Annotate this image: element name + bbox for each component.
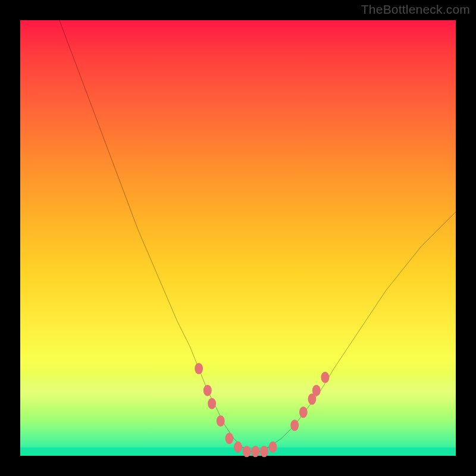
plot-area [20, 20, 456, 456]
marker-point [312, 385, 321, 396]
marker-point [234, 441, 242, 453]
marker-point [208, 398, 216, 409]
marker-point [251, 446, 259, 457]
bottleneck-curve [60, 20, 456, 452]
marker-point [269, 441, 277, 453]
marker-group [195, 363, 329, 457]
curve-svg [20, 20, 456, 456]
marker-point [195, 363, 203, 374]
marker-point [203, 385, 212, 396]
marker-point [217, 415, 225, 427]
marker-point [321, 372, 329, 383]
marker-point [243, 446, 251, 457]
watermark-text: TheBottleneck.com [361, 2, 470, 17]
marker-point [225, 433, 233, 444]
marker-point [260, 446, 268, 457]
marker-point [299, 406, 308, 418]
marker-point [290, 419, 299, 431]
chart-frame: TheBottleneck.com [0, 0, 476, 476]
